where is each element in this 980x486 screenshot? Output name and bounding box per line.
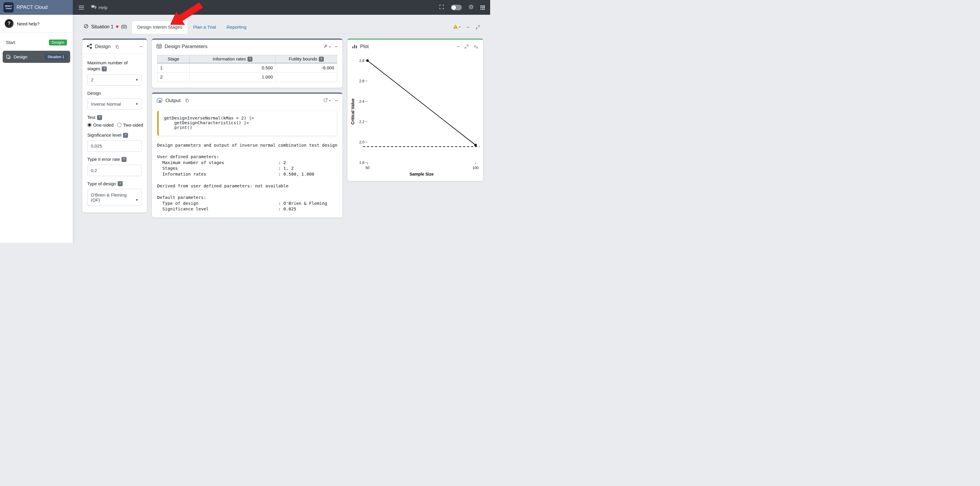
r-console-output: Design parameters and output of inverse …	[157, 142, 337, 212]
test-radio-group: One-sided Two-sided	[87, 123, 142, 127]
design-parameters-title: Design Parameters	[165, 44, 208, 49]
output-card: R Output	[152, 92, 342, 218]
r-code-block[interactable]: getDesignInverseNormal(kMax = 2) |> getD…	[157, 111, 337, 136]
warnings-dropdown[interactable]: ▾	[453, 24, 460, 30]
sidebar-item-label: Start	[6, 40, 15, 45]
table-header-row: Stage Information rates? Futility bounds…	[158, 55, 337, 63]
fullscreen-icon[interactable]	[439, 4, 444, 11]
wrench-icon	[323, 44, 328, 49]
design-card: Design − Maximum number of stages?	[82, 39, 147, 212]
significance-input[interactable]: 0,025	[87, 140, 142, 152]
design-select[interactable]: Inverse Normal▼	[87, 98, 142, 110]
export-dropdown[interactable]: ▾	[323, 98, 330, 103]
help-badge[interactable]: ?	[102, 66, 107, 72]
radio-two-sided[interactable]: Two-sided	[117, 123, 143, 127]
help-badge[interactable]: ?	[118, 181, 123, 186]
type2-error-input[interactable]: 0,2	[87, 165, 142, 176]
stage-column-header: Stage	[158, 55, 189, 63]
chart-icon	[352, 43, 358, 50]
help-badge[interactable]: ?	[319, 57, 324, 62]
plot-body: 1.82.02.22.42.62.850100Sample SizeCritic…	[347, 54, 483, 181]
design-parameters-table: Stage Information rates? Futility bounds…	[157, 55, 337, 82]
dark-mode-toggle[interactable]	[451, 5, 462, 10]
help-badge[interactable]: ?	[121, 157, 127, 162]
help-badge[interactable]: ?	[247, 57, 253, 62]
max-stages-select[interactable]: 2▼	[87, 74, 142, 86]
information-rates-column-header: Information rates?	[189, 55, 276, 63]
help-label: Help	[99, 5, 108, 10]
chevron-down-icon: ▾	[459, 25, 460, 29]
collapse-plot-button[interactable]: −	[457, 45, 460, 48]
collapse-parameters-button[interactable]: −	[335, 45, 338, 48]
apps-grid-icon[interactable]	[480, 5, 485, 10]
collapse-output-button[interactable]: −	[335, 99, 338, 102]
tab-bar: Situation 1 ♥ (0) Design Interim Stages …	[82, 21, 480, 33]
plot-card: Plot −	[347, 39, 483, 181]
help-badge[interactable]: ?	[123, 133, 128, 138]
svg-text:2.2: 2.2	[359, 120, 364, 124]
design-molecule-icon	[87, 43, 92, 50]
need-help-link[interactable]: ? Need help?	[0, 15, 73, 33]
svg-text:2.4: 2.4	[359, 99, 364, 104]
expand-all-button[interactable]	[476, 25, 480, 30]
information-rate-cell[interactable]: 1.000	[189, 72, 276, 81]
sidebar: RPACT Cloud RPACT Cloud ? Need help? Sta…	[0, 0, 73, 243]
collapse-all-button[interactable]: −	[466, 25, 469, 29]
tab-bar-actions: ▾ −	[453, 24, 480, 33]
type-of-design-select[interactable]: O'Brien & Fleming (OF)▼	[87, 189, 142, 206]
sidebar-item-label: Design	[14, 54, 27, 59]
middle-column: Design Parameters ▾ −	[152, 39, 342, 217]
design-label: Design	[87, 90, 142, 96]
help-badge[interactable]: ?	[97, 115, 102, 120]
logo-text-bottom: Cloud	[6, 7, 11, 10]
tab-design-interim-stages[interactable]: Design Interim Stages	[132, 21, 188, 33]
heart-count: (0)	[121, 24, 127, 30]
design-card-header: Design −	[82, 40, 147, 54]
design-form: Maximum number of stages? 2▼ Design Inve…	[82, 54, 147, 212]
design-parameters-card: Design Parameters ▾ −	[152, 39, 342, 88]
futility-bound-cell[interactable]: -6.000	[276, 63, 337, 73]
tab-reporting[interactable]: Reporting	[221, 21, 251, 33]
help-menu[interactable]: Help	[91, 5, 108, 11]
plot-card-header: Plot −	[347, 40, 483, 54]
svg-text:2.0: 2.0	[359, 140, 364, 144]
r-logo-icon: R	[156, 97, 163, 104]
expand-plot-button[interactable]	[464, 44, 469, 49]
rpact-logo-icon: RPACT Cloud	[3, 2, 14, 13]
main-area: Help	[73, 0, 490, 243]
sidebar-item-design[interactable]: Design Situation 1	[3, 51, 70, 63]
max-stages-label: Maximum number of stages?	[87, 60, 142, 72]
situation-label: Situation 1	[91, 24, 113, 30]
table-icon	[156, 43, 162, 50]
svg-text:2.6: 2.6	[359, 79, 364, 83]
plot-settings-icon[interactable]	[473, 45, 479, 49]
type-of-design-label: Type of design?	[87, 181, 142, 187]
chevron-down-icon: ▾	[329, 45, 330, 48]
empty-set-icon	[83, 24, 89, 30]
export-icon	[323, 98, 328, 103]
futility-bound-cell[interactable]	[276, 72, 337, 81]
warning-icon	[453, 24, 458, 30]
copy-output-button[interactable]	[185, 98, 189, 103]
plot-svg[interactable]: 1.82.02.22.42.62.850100Sample SizeCritic…	[350, 54, 481, 178]
significance-label: Significance level?	[87, 132, 142, 138]
table-row: 1 0.500 -6.000	[158, 63, 337, 73]
stage-cell: 1	[158, 63, 189, 73]
copy-design-button[interactable]	[115, 45, 119, 49]
svg-text:2.8: 2.8	[359, 59, 364, 63]
logo-text-top: RPACT	[5, 5, 12, 7]
collapse-design-button[interactable]: −	[139, 45, 142, 48]
sidebar-toggle-icon[interactable]	[78, 5, 84, 11]
brand-header[interactable]: RPACT Cloud RPACT Cloud	[0, 0, 73, 15]
app-root: RPACT Cloud RPACT Cloud ? Need help? Sta…	[0, 0, 490, 243]
radio-one-sided[interactable]: One-sided	[87, 123, 113, 127]
settings-gear-icon[interactable]	[468, 4, 474, 11]
sidebar-item-start[interactable]: Start Designs	[3, 36, 70, 48]
design-card-title: Design	[95, 44, 111, 49]
radio-unselected-icon	[117, 123, 121, 127]
tools-dropdown[interactable]: ▾	[323, 44, 330, 49]
situation-header: Situation 1 ♥ (0)	[82, 24, 132, 33]
information-rate-cell[interactable]: 0.500	[189, 63, 276, 73]
heart-icon[interactable]: ♥	[116, 24, 119, 30]
tab-plan-a-trial[interactable]: Plan a Trial	[188, 21, 221, 33]
